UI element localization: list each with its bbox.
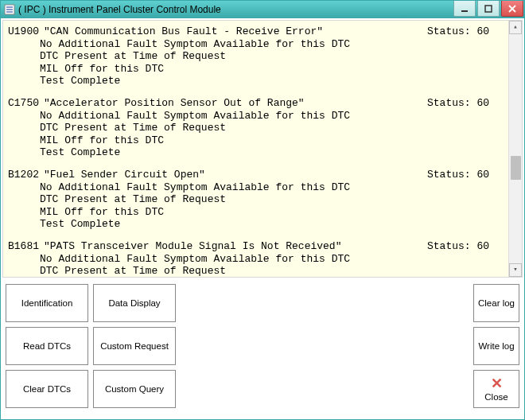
dtc-block: B1202"Fuel Sender Circuit Open"Status: 6… (8, 169, 505, 231)
clear-dtcs-button[interactable]: Clear DTCs (6, 370, 88, 408)
custom-request-button[interactable]: Custom Request (93, 327, 176, 365)
dtc-code: B1202 (8, 169, 39, 181)
dtc-header: U1900"CAN Communication Bus Fault - Rece… (8, 25, 505, 38)
log-content[interactable]: U1900"CAN Communication Bus Fault - Rece… (3, 21, 508, 277)
dtc-status: Status: 60 (427, 240, 505, 253)
dtc-detail-line: MIL Off for this DTC (8, 134, 505, 147)
dtc-block: C1750"Accelerator Position Sensor Out of… (8, 97, 505, 159)
dtc-description: "Accelerator Position Sensor Out of Rang… (44, 97, 305, 110)
maximize-button[interactable] (477, 1, 500, 17)
custom-query-button[interactable]: Custom Query (93, 370, 176, 408)
window-title: ( IPC ) Instrument Panel Cluster Control… (18, 4, 221, 15)
dtc-block: U1900"CAN Communication Bus Fault - Rece… (8, 25, 505, 88)
identification-button[interactable]: Identification (6, 284, 88, 322)
write-log-button[interactable]: Write log (473, 327, 519, 365)
dtc-detail-line: DTC Present at Time of Request (8, 193, 505, 206)
dtc-detail-line: No Additional Fault Symptom Available fo… (8, 253, 505, 266)
button-panel: Identification Data Display Read DTCs Cu… (1, 279, 524, 419)
minimize-button[interactable] (453, 1, 476, 17)
close-button[interactable]: ✕ Close (473, 370, 519, 408)
close-icon: ✕ (491, 376, 503, 391)
dtc-code: U1900 (8, 25, 39, 38)
clear-log-button[interactable]: Clear log (473, 284, 519, 322)
svg-rect-3 (6, 11, 13, 13)
dtc-code: B1681 (8, 240, 39, 253)
dtc-status: Status: 60 (427, 97, 505, 110)
dtc-detail-line: DTC Present at Time of Request (8, 50, 505, 63)
log-area: U1900"CAN Communication Bus Fault - Rece… (2, 20, 523, 278)
dtc-detail-line: No Additional Fault Symptom Available fo… (8, 38, 505, 51)
vertical-scrollbar[interactable]: ▴ ▾ (508, 21, 522, 277)
scroll-down-arrow-icon[interactable]: ▾ (509, 263, 522, 277)
app-icon (4, 4, 15, 15)
dtc-status: Status: 60 (427, 25, 505, 38)
button-group-left: Identification Data Display Read DTCs Cu… (6, 284, 176, 414)
window-close-button[interactable] (501, 1, 523, 17)
dtc-detail-line: Test Complete (8, 75, 505, 88)
dtc-status: Status: 60 (427, 169, 505, 181)
dtc-detail-line: No Additional Fault Symptom Available fo… (8, 181, 505, 194)
dtc-header: B1202"Fuel Sender Circuit Open"Status: 6… (8, 169, 505, 181)
dtc-code: C1750 (8, 97, 39, 110)
close-label: Close (484, 392, 508, 402)
svg-rect-5 (485, 6, 492, 12)
app-window: ( IPC ) Instrument Panel Cluster Control… (0, 0, 525, 420)
titlebar[interactable]: ( IPC ) Instrument Panel Cluster Control… (1, 1, 524, 18)
dtc-detail-line: DTC Present at Time of Request (8, 122, 505, 134)
dtc-detail-line: No Additional Fault Symptom Available fo… (8, 110, 505, 122)
dtc-detail-line: Test Complete (8, 146, 505, 159)
button-group-right: Clear log Write log ✕ Close (473, 284, 519, 414)
dtc-description: "CAN Communication Bus Fault - Receive E… (44, 25, 323, 38)
dtc-detail-line: DTC Present at Time of Request (8, 265, 505, 277)
dtc-detail-line: MIL Off for this DTC (8, 206, 505, 219)
scroll-thumb[interactable] (511, 156, 521, 180)
window-controls (453, 1, 524, 18)
svg-rect-1 (6, 6, 13, 8)
svg-rect-2 (6, 9, 13, 10)
dtc-detail-line: MIL Off for this DTC (8, 63, 505, 76)
dtc-header: C1750"Accelerator Position Sensor Out of… (8, 97, 505, 110)
scroll-up-arrow-icon[interactable]: ▴ (509, 21, 522, 34)
dtc-description: "Fuel Sender Circuit Open" (44, 169, 205, 181)
dtc-description: "PATS Transceiver Module Signal Is Not R… (44, 240, 341, 253)
data-display-button[interactable]: Data Display (93, 284, 176, 322)
read-dtcs-button[interactable]: Read DTCs (6, 327, 88, 365)
dtc-block: B1681"PATS Transceiver Module Signal Is … (8, 240, 505, 277)
svg-rect-4 (461, 10, 468, 12)
dtc-header: B1681"PATS Transceiver Module Signal Is … (8, 240, 505, 253)
dtc-detail-line: Test Complete (8, 218, 505, 231)
